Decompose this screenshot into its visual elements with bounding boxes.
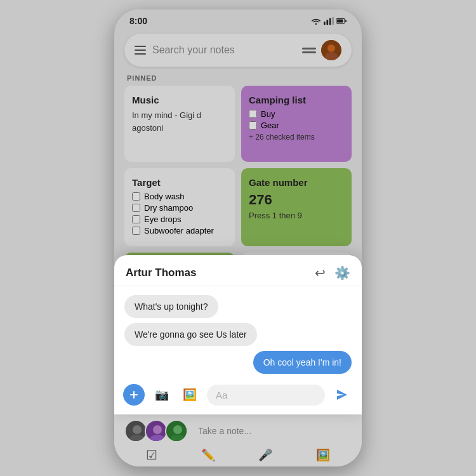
messages-area: What's up tonight? We're gonna go see Us…: [114, 286, 362, 379]
modal-input-row: 📷 🖼️ Aa: [114, 379, 362, 414]
message-input[interactable]: Aa: [207, 385, 325, 406]
reply-icon[interactable]: ↩: [315, 265, 326, 281]
add-attachment-button[interactable]: [123, 384, 145, 406]
modal-title: Artur Thomas: [126, 267, 196, 279]
message-2: We're gonna go see Us later: [124, 323, 257, 346]
message-3: Oh cool yeah I'm in!: [253, 351, 352, 374]
message-input-placeholder: Aa: [216, 390, 227, 400]
modal-header-icons: ↩ ⚙️: [315, 265, 350, 281]
message-1: What's up tonight?: [124, 295, 218, 318]
svg-rect-21: [130, 394, 138, 395]
image-button[interactable]: 🖼️: [179, 384, 201, 406]
send-button[interactable]: [331, 384, 353, 406]
modal-header: Artur Thomas ↩ ⚙️: [114, 255, 362, 286]
chat-modal: Artur Thomas ↩ ⚙️ What's up tonight? We'…: [114, 255, 362, 414]
camera-button[interactable]: 📷: [151, 384, 173, 406]
phone-frame: 8:00 S: [114, 10, 362, 466]
settings-icon[interactable]: ⚙️: [334, 265, 350, 281]
